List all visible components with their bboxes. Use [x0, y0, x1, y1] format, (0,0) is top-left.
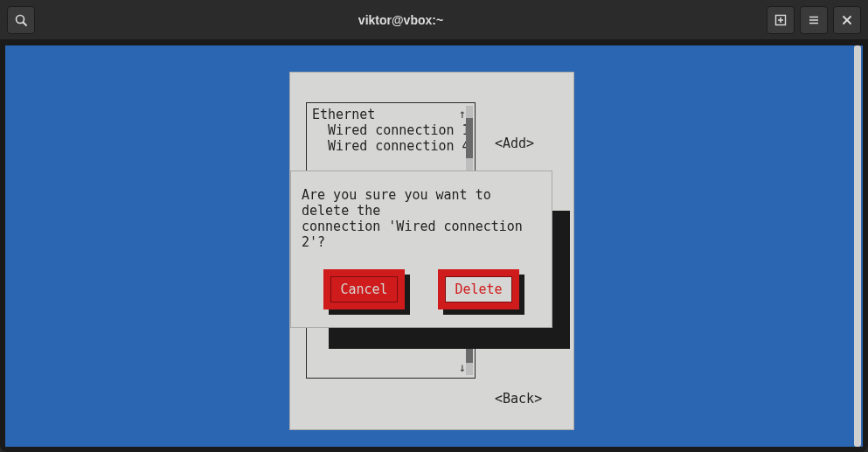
nmtui-main: Ethernet Wired connection 1 Wired connec…: [289, 72, 581, 430]
dialog-message-line: Are you sure you want to delete the: [302, 187, 541, 219]
scroll-down-icon[interactable]: ↓: [459, 360, 466, 374]
window-title: viktor@vbox:~: [358, 13, 443, 27]
cancel-label: Cancel: [330, 276, 397, 302]
app-window: viktor@vbox:~ Ethernet Wired conne: [0, 0, 868, 452]
svg-line-1: [24, 22, 27, 25]
close-window-button[interactable]: [833, 6, 861, 34]
cancel-button[interactable]: Cancel: [323, 269, 404, 309]
client-area: Ethernet Wired connection 1 Wired connec…: [0, 40, 868, 452]
dialog-buttons: Cancel Delete: [291, 269, 552, 309]
terminal-scrollbar[interactable]: [852, 45, 863, 447]
list-heading: Ethernet: [312, 107, 375, 122]
back-action[interactable]: <Back>: [495, 391, 542, 407]
scrollbar-thumb[interactable]: [854, 45, 861, 447]
list-item[interactable]: Wired connection 4: [328, 138, 470, 154]
scroll-up-icon[interactable]: ↑: [459, 107, 466, 121]
search-button[interactable]: [7, 6, 35, 34]
dialog-message: Are you sure you want to delete the conn…: [302, 187, 541, 250]
menu-button[interactable]: [800, 6, 828, 34]
dialog-message-line: connection 'Wired connection 2'?: [302, 219, 541, 250]
connection-list: Ethernet Wired connection 1 Wired connec…: [307, 103, 475, 157]
confirm-dialog-wrap: Are you sure you want to delete the conn…: [290, 170, 559, 328]
new-tab-icon: [774, 13, 788, 27]
hamburger-icon: [807, 13, 821, 27]
terminal[interactable]: Ethernet Wired connection 1 Wired connec…: [5, 45, 863, 447]
confirm-dialog: Are you sure you want to delete the conn…: [290, 170, 552, 328]
delete-label: Delete: [445, 276, 511, 302]
search-icon: [14, 13, 28, 27]
close-icon: [840, 13, 854, 27]
new-tab-button[interactable]: [767, 6, 795, 34]
nmtui-panel: Ethernet Wired connection 1 Wired connec…: [289, 72, 574, 430]
scrollbar-knob[interactable]: [466, 118, 473, 158]
add-action[interactable]: <Add>: [495, 136, 589, 151]
titlebar: viktor@vbox:~: [0, 0, 868, 40]
list-item[interactable]: Wired connection 1: [328, 122, 470, 138]
delete-button[interactable]: Delete: [438, 269, 518, 309]
